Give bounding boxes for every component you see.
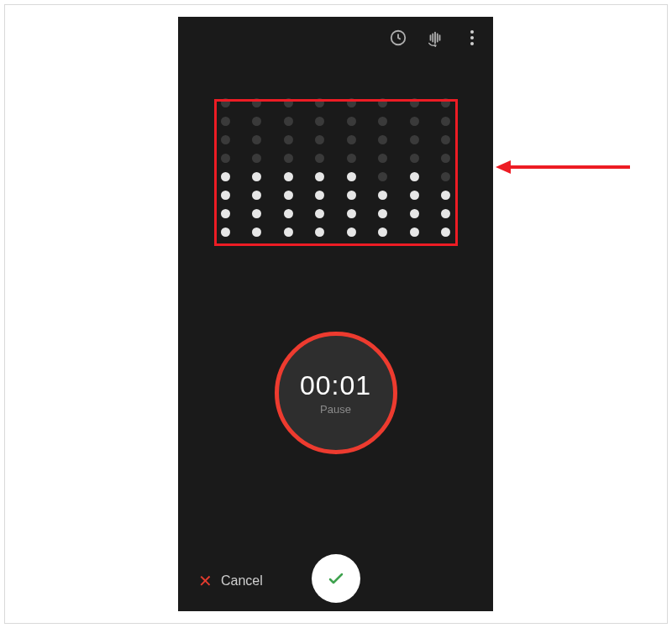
waveform-dot [315, 154, 324, 163]
audio-convert-icon[interactable] [424, 27, 446, 49]
waveform-column [378, 98, 387, 237]
waveform-column [347, 98, 356, 237]
waveform-dot [284, 154, 293, 163]
history-icon[interactable] [387, 27, 409, 49]
waveform-dot [441, 98, 450, 107]
waveform-column [441, 98, 450, 237]
waveform-visualizer [216, 105, 455, 243]
waveform-dot [410, 191, 419, 200]
waveform-dot [441, 228, 450, 237]
waveform-dot [252, 154, 261, 163]
waveform-dot [410, 154, 419, 163]
waveform-dot [221, 135, 230, 144]
waveform-dot [441, 135, 450, 144]
waveform-dot [252, 191, 261, 200]
waveform-dot [284, 98, 293, 107]
more-icon[interactable] [461, 27, 483, 49]
waveform-dot [347, 228, 356, 237]
waveform-dot [221, 209, 230, 218]
waveform-dot [378, 172, 387, 181]
waveform-dot [378, 117, 387, 126]
waveform-column [410, 98, 419, 237]
waveform-column [315, 98, 324, 237]
done-button[interactable] [312, 554, 360, 603]
waveform-dot [252, 172, 261, 181]
waveform-dot [347, 154, 356, 163]
waveform-column [221, 98, 230, 237]
waveform-dot [378, 98, 387, 107]
waveform-dot [221, 172, 230, 181]
check-icon [326, 568, 346, 589]
record-state-label: Pause [320, 403, 351, 416]
waveform-dot [347, 98, 356, 107]
waveform-dot [441, 191, 450, 200]
recorder-screen: 00:01 Pause ✕ Cancel [178, 17, 493, 611]
waveform-dot [315, 98, 324, 107]
waveform-dot [252, 135, 261, 144]
waveform-dot [221, 98, 230, 107]
waveform-column [284, 98, 293, 237]
waveform-dot [441, 117, 450, 126]
waveform-dot [378, 209, 387, 218]
waveform-dot [221, 191, 230, 200]
waveform-dot [252, 228, 261, 237]
waveform-dot [315, 117, 324, 126]
waveform-dot [378, 154, 387, 163]
waveform-dot [284, 191, 293, 200]
waveform-dot [284, 172, 293, 181]
waveform-dot [284, 135, 293, 144]
waveform-dot [284, 117, 293, 126]
waveform-dot [410, 98, 419, 107]
waveform-dot [315, 172, 324, 181]
cancel-button[interactable]: ✕ Cancel [198, 573, 263, 589]
waveform-dot [315, 228, 324, 237]
waveform-dot [347, 209, 356, 218]
waveform-dot [347, 191, 356, 200]
waveform-dot [441, 172, 450, 181]
waveform-dot [378, 135, 387, 144]
waveform-dot [221, 228, 230, 237]
waveform-dot [378, 228, 387, 237]
waveform-dot [410, 117, 419, 126]
waveform-dot [221, 117, 230, 126]
waveform-dot [221, 154, 230, 163]
elapsed-time: 00:01 [300, 370, 371, 401]
waveform-dot [315, 209, 324, 218]
waveform-dot [441, 154, 450, 163]
waveform-dot [410, 172, 419, 181]
waveform-dot [284, 228, 293, 237]
waveform-dot [347, 135, 356, 144]
waveform-dot [315, 191, 324, 200]
waveform-dot [347, 172, 356, 181]
cancel-label: Cancel [221, 573, 263, 589]
waveform-dot [284, 209, 293, 218]
waveform-column [252, 98, 261, 237]
waveform-dot [410, 228, 419, 237]
bottom-bar: ✕ Cancel [178, 544, 493, 611]
waveform-dot [441, 209, 450, 218]
waveform-dot [410, 209, 419, 218]
waveform-dot [252, 209, 261, 218]
toolbar [387, 27, 483, 49]
waveform-dot [252, 117, 261, 126]
waveform-dot [252, 98, 261, 107]
waveform-dot [347, 117, 356, 126]
waveform-dot [315, 135, 324, 144]
pause-button[interactable]: 00:01 Pause [275, 332, 397, 454]
waveform-dot [410, 135, 419, 144]
waveform-dot [378, 191, 387, 200]
close-icon: ✕ [198, 573, 213, 589]
